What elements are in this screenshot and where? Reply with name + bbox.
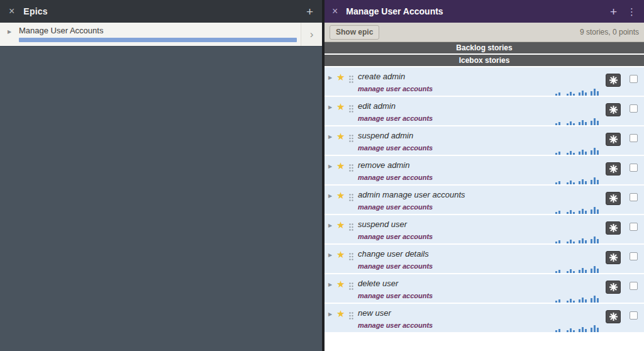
story-checkbox[interactable] bbox=[630, 282, 638, 290]
add-story-icon[interactable]: + bbox=[610, 6, 617, 18]
estimate-1-icon[interactable] bbox=[567, 237, 575, 243]
story-checkbox[interactable] bbox=[630, 223, 638, 231]
estimate-3-icon[interactable] bbox=[591, 296, 599, 303]
feature-star-icon[interactable]: ★ bbox=[336, 191, 348, 214]
estimate-2-icon[interactable] bbox=[579, 148, 587, 155]
icebox-stories-section-bar[interactable]: Icebox stories bbox=[325, 55, 644, 67]
epic-label-tag[interactable]: manage user accounts bbox=[358, 85, 555, 92]
drag-handle-icon[interactable] bbox=[349, 75, 353, 96]
story-gear-button[interactable] bbox=[606, 281, 621, 294]
story-gear-button[interactable] bbox=[606, 162, 621, 176]
estimate-3-icon[interactable] bbox=[591, 266, 599, 273]
epic-label-tag[interactable]: manage user accounts bbox=[358, 262, 555, 270]
estimate-0-icon[interactable] bbox=[555, 118, 563, 125]
estimate-0-icon[interactable] bbox=[555, 148, 563, 155]
expand-caret-icon[interactable]: ▶ bbox=[328, 312, 336, 332]
story-gear-button[interactable] bbox=[606, 133, 621, 146]
epic-label-tag[interactable]: manage user accounts bbox=[358, 233, 555, 240]
story-row[interactable]: ▶ ★ suspend user manage user accounts bbox=[325, 215, 644, 245]
expand-caret-icon[interactable]: ▶ bbox=[328, 253, 336, 273]
story-title[interactable]: admin manage user accounts bbox=[358, 190, 555, 199]
estimate-0-icon[interactable] bbox=[555, 177, 563, 184]
add-epic-icon[interactable]: + bbox=[306, 6, 313, 18]
story-title[interactable]: delete user bbox=[358, 279, 555, 288]
story-checkbox[interactable] bbox=[630, 193, 638, 201]
story-gear-button[interactable] bbox=[606, 251, 621, 264]
story-gear-button[interactable] bbox=[606, 192, 621, 205]
close-icon[interactable]: × bbox=[9, 6, 14, 16]
estimate-0-icon[interactable] bbox=[555, 266, 563, 273]
kebab-menu-icon[interactable]: ⋮ bbox=[627, 7, 636, 16]
epic-label-tag[interactable]: manage user accounts bbox=[358, 114, 555, 122]
estimate-3-icon[interactable] bbox=[591, 118, 599, 125]
story-row[interactable]: ▶ ★ edit admin manage user accounts bbox=[325, 97, 644, 126]
feature-star-icon[interactable]: ★ bbox=[336, 161, 348, 184]
feature-star-icon[interactable]: ★ bbox=[336, 309, 348, 332]
story-gear-button[interactable] bbox=[606, 103, 621, 116]
estimate-1-icon[interactable] bbox=[567, 118, 575, 125]
story-row[interactable]: ▶ ★ new user manage user accounts bbox=[325, 304, 644, 333]
story-checkbox[interactable] bbox=[630, 252, 638, 260]
estimate-2-icon[interactable] bbox=[579, 296, 587, 303]
feature-star-icon[interactable]: ★ bbox=[336, 250, 348, 273]
expand-caret-icon[interactable]: ▶ bbox=[328, 105, 336, 125]
close-icon[interactable]: × bbox=[332, 6, 338, 16]
story-row[interactable]: ▶ ★ change user details manage user acco… bbox=[325, 245, 644, 274]
estimate-1-icon[interactable] bbox=[567, 296, 575, 303]
estimate-3-icon[interactable] bbox=[591, 207, 599, 214]
story-gear-button[interactable] bbox=[606, 221, 621, 235]
feature-star-icon[interactable]: ★ bbox=[336, 72, 348, 96]
story-title[interactable]: change user details bbox=[358, 249, 555, 259]
estimate-2-icon[interactable] bbox=[579, 177, 587, 184]
feature-star-icon[interactable]: ★ bbox=[336, 102, 348, 125]
estimate-1-icon[interactable] bbox=[567, 89, 575, 96]
estimate-2-icon[interactable] bbox=[579, 207, 587, 214]
feature-star-icon[interactable]: ★ bbox=[336, 220, 348, 243]
epic-label-tag[interactable]: manage user accounts bbox=[358, 321, 555, 329]
story-checkbox[interactable] bbox=[630, 311, 638, 320]
story-gear-button[interactable] bbox=[606, 74, 621, 87]
estimate-3-icon[interactable] bbox=[591, 89, 599, 96]
estimate-3-icon[interactable] bbox=[591, 237, 599, 243]
estimate-0-icon[interactable] bbox=[555, 89, 563, 96]
drag-handle-icon[interactable] bbox=[349, 223, 353, 243]
estimate-0-icon[interactable] bbox=[555, 207, 563, 214]
expand-caret-icon[interactable]: ▶ bbox=[328, 223, 336, 243]
expand-caret-icon[interactable]: ▶ bbox=[328, 194, 336, 214]
story-checkbox[interactable] bbox=[630, 104, 638, 113]
story-title[interactable]: suspend user bbox=[358, 220, 555, 229]
epic-label-tag[interactable]: manage user accounts bbox=[358, 292, 555, 299]
expand-caret-icon[interactable]: ▶ bbox=[328, 164, 336, 184]
drag-handle-icon[interactable] bbox=[349, 194, 353, 214]
epic-label-tag[interactable]: manage user accounts bbox=[358, 203, 555, 211]
story-title[interactable]: edit admin bbox=[358, 101, 555, 111]
estimate-1-icon[interactable] bbox=[567, 325, 575, 332]
estimate-1-icon[interactable] bbox=[567, 266, 575, 273]
estimate-2-icon[interactable] bbox=[579, 89, 587, 96]
estimate-3-icon[interactable] bbox=[591, 148, 599, 155]
feature-star-icon[interactable]: ★ bbox=[336, 131, 348, 155]
epic-label-tag[interactable]: manage user accounts bbox=[358, 174, 555, 181]
estimate-2-icon[interactable] bbox=[579, 325, 587, 332]
expand-caret-icon[interactable]: ▶ bbox=[0, 23, 19, 46]
estimate-3-icon[interactable] bbox=[591, 325, 599, 332]
epic-label-tag[interactable]: manage user accounts bbox=[358, 144, 555, 152]
story-checkbox[interactable] bbox=[630, 134, 638, 142]
story-checkbox[interactable] bbox=[630, 164, 638, 172]
story-gear-button[interactable] bbox=[606, 310, 621, 323]
show-epic-button[interactable]: Show epic bbox=[330, 25, 379, 40]
estimate-0-icon[interactable] bbox=[555, 237, 563, 243]
expand-caret-icon[interactable]: ▶ bbox=[328, 75, 336, 96]
estimate-0-icon[interactable] bbox=[555, 296, 563, 303]
estimate-1-icon[interactable] bbox=[567, 148, 575, 155]
drag-handle-icon[interactable] bbox=[349, 164, 353, 184]
estimate-1-icon[interactable] bbox=[567, 177, 575, 184]
estimate-0-icon[interactable] bbox=[555, 325, 563, 332]
open-epic-chevron[interactable]: › bbox=[301, 23, 322, 46]
estimate-2-icon[interactable] bbox=[579, 118, 587, 125]
estimate-2-icon[interactable] bbox=[579, 266, 587, 273]
expand-caret-icon[interactable]: ▶ bbox=[328, 135, 336, 155]
story-checkbox[interactable] bbox=[630, 75, 638, 83]
drag-handle-icon[interactable] bbox=[349, 253, 353, 273]
estimate-2-icon[interactable] bbox=[579, 237, 587, 243]
